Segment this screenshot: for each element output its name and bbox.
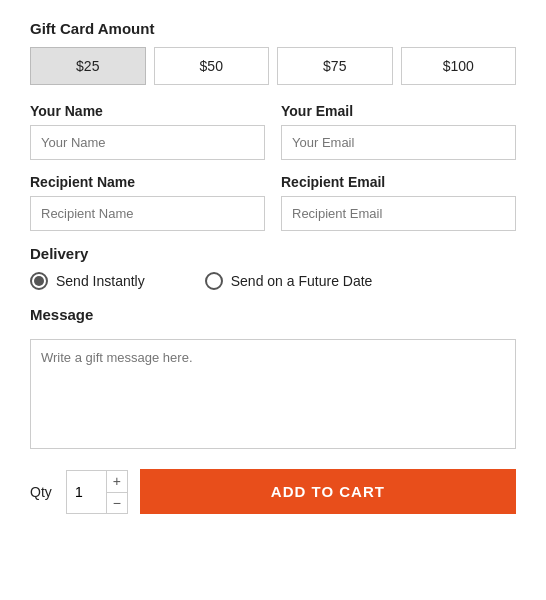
cart-row: Qty + − ADD TO CART bbox=[30, 469, 516, 514]
qty-input-wrap: + − bbox=[66, 470, 128, 514]
message-textarea[interactable] bbox=[30, 339, 516, 449]
delivery-option-future-label: Send on a Future Date bbox=[231, 273, 373, 289]
message-section: Message bbox=[30, 306, 516, 453]
your-name-input[interactable] bbox=[30, 125, 265, 160]
your-name-label: Your Name bbox=[30, 103, 265, 119]
your-name-group: Your Name bbox=[30, 103, 265, 160]
recipient-name-label: Recipient Name bbox=[30, 174, 265, 190]
your-email-label: Your Email bbox=[281, 103, 516, 119]
your-email-group: Your Email bbox=[281, 103, 516, 160]
recipient-email-group: Recipient Email bbox=[281, 174, 516, 231]
amount-btn-25[interactable]: $25 bbox=[30, 47, 146, 85]
gift-card-amount-section: Gift Card Amount $25 $50 $75 $100 bbox=[30, 20, 516, 85]
recipient-email-input[interactable] bbox=[281, 196, 516, 231]
delivery-options: Send Instantly Send on a Future Date bbox=[30, 272, 516, 290]
qty-decrease-button[interactable]: − bbox=[106, 492, 128, 514]
radio-instantly-inner bbox=[34, 276, 44, 286]
amount-btn-100[interactable]: $100 bbox=[401, 47, 517, 85]
delivery-option-instantly-label: Send Instantly bbox=[56, 273, 145, 289]
gift-card-amount-title: Gift Card Amount bbox=[30, 20, 516, 37]
radio-instantly-outer bbox=[30, 272, 48, 290]
delivery-option-future[interactable]: Send on a Future Date bbox=[205, 272, 373, 290]
amount-btn-50[interactable]: $50 bbox=[154, 47, 270, 85]
delivery-label: Delivery bbox=[30, 245, 516, 262]
recipient-name-group: Recipient Name bbox=[30, 174, 265, 231]
qty-controls: + − bbox=[106, 470, 128, 514]
add-to-cart-button[interactable]: ADD TO CART bbox=[140, 469, 516, 514]
amount-buttons-group: $25 $50 $75 $100 bbox=[30, 47, 516, 85]
qty-input[interactable] bbox=[66, 470, 106, 514]
amount-btn-75[interactable]: $75 bbox=[277, 47, 393, 85]
radio-future-outer bbox=[205, 272, 223, 290]
your-email-input[interactable] bbox=[281, 125, 516, 160]
recipient-row: Recipient Name Recipient Email bbox=[30, 174, 516, 231]
delivery-option-instantly[interactable]: Send Instantly bbox=[30, 272, 145, 290]
recipient-email-label: Recipient Email bbox=[281, 174, 516, 190]
recipient-name-input[interactable] bbox=[30, 196, 265, 231]
delivery-section: Delivery Send Instantly Send on a Future… bbox=[30, 245, 516, 290]
name-email-row: Your Name Your Email bbox=[30, 103, 516, 160]
message-label: Message bbox=[30, 306, 516, 323]
qty-increase-button[interactable]: + bbox=[106, 470, 128, 492]
qty-label: Qty bbox=[30, 484, 52, 500]
